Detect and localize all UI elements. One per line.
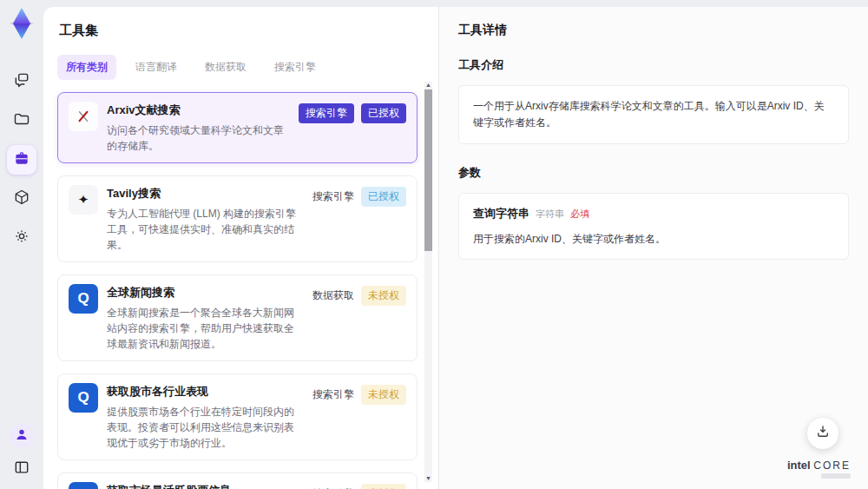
scroll-down-icon[interactable]: ▼ [425,475,431,482]
tab-all-categories[interactable]: 所有类别 [57,55,116,80]
cube-icon [13,188,30,209]
sidebar-item-settings[interactable] [7,223,36,253]
auth-status-badge: 未授权 [361,484,406,489]
tool-description: 访问各个研究领域大量科学论文和文章的存储库。 [107,122,290,154]
sidebar-item-plugins[interactable] [7,184,36,214]
tool-name: Tavily搜索 [107,186,304,202]
category-badge: 数据获取 [312,286,354,306]
intel-core-logo: intel CORE [787,459,851,479]
download-button[interactable] [807,418,838,449]
tool-list: Arxiv文献搜索 访问各个研究领域大量科学论文和文章的存储库。 搜索引擎 已授… [57,92,418,489]
folder-icon [13,110,30,131]
sidebar-nav [7,67,36,253]
intel-sub-badge [821,473,851,479]
tool-card-most-active-stocks[interactable]: Q 获取市场最活跃股票信息 提供当天交易量最高的股票列表，投资者可以利用这些信息… [57,472,418,489]
auth-status-badge: 已授权 [361,103,406,123]
tool-card-tavily[interactable]: ✦ Tavily搜索 专为人工智能代理 (LLM) 构建的搜索引擎工具，可快速提… [57,175,418,262]
params-heading: 参数 [458,165,849,181]
tool-description: 专为人工智能代理 (LLM) 构建的搜索引擎工具，可快速提供实时、准确和真实的结… [107,206,304,253]
auth-status-badge: 未授权 [361,385,406,405]
tool-list-panel: 工具集 所有类别 语言翻译 数据获取 搜索引擎 Arxiv文献搜索 访问各个研究… [43,7,438,489]
category-tabs: 所有类别 语言翻译 数据获取 搜索引擎 [57,55,418,80]
auth-status-badge: 已授权 [361,187,406,207]
main-card: 工具集 所有类别 语言翻译 数据获取 搜索引擎 Arxiv文献搜索 访问各个研究… [43,7,868,489]
sidebar-bottom [0,423,43,482]
arxiv-logo-icon [69,102,98,131]
tab-language-translation[interactable]: 语言翻译 [127,55,186,80]
gear-icon [13,228,30,248]
list-scrollbar[interactable]: ▲ ▼ [424,82,432,482]
panel-toggle-icon [13,459,30,479]
category-badge: 搜索引擎 [312,385,354,405]
tool-detail-panel: 工具详情 工具介绍 一个用于从Arxiv存储库搜索科学论文和文章的工具。输入可以… [438,7,868,489]
param-required-badge: 必填 [570,208,589,221]
auth-status-badge: 未授权 [361,286,406,306]
intro-heading: 工具介绍 [458,57,849,73]
app-logo-icon [6,6,37,41]
core-wordmark: CORE [813,459,851,472]
tab-search-engine[interactable]: 搜索引擎 [266,55,325,80]
user-icon [14,426,30,446]
sidebar-item-toolbox[interactable] [7,145,36,175]
scrollbar-thumb[interactable] [424,89,432,251]
param-type: 字符串 [536,208,564,221]
toolbox-icon [13,149,30,170]
intel-wordmark: intel [787,459,811,472]
scroll-up-icon[interactable]: ▲ [425,82,431,89]
news-q-icon: Q [69,482,98,489]
sidebar-item-collapse[interactable] [9,456,35,482]
category-badge: 搜索引擎 [312,484,354,489]
param-description: 用于搜索的Arxiv ID、关键字或作者姓名。 [473,231,834,247]
tool-name: 获取市场最活跃股票信息 [107,483,304,489]
tool-name: 获取股市各行业表现 [107,384,304,400]
tool-name: 全球新闻搜索 [107,285,304,301]
tool-description: 全球新闻搜索是一个聚合全球各大新闻网站内容的搜索引擎，帮助用户快速获取全球最新资… [107,305,304,352]
sidebar-item-files[interactable] [7,106,36,135]
param-box: 查询字符串 字符串 必填 用于搜索的Arxiv ID、关键字或作者姓名。 [458,193,849,260]
tavily-star-icon: ✦ [69,185,98,215]
detail-title: 工具详情 [458,23,849,38]
tool-description: 提供股票市场各个行业在特定时间段内的表现。投资者可以利用这些信息来识别表现优于或… [107,404,304,451]
tab-data-acquisition[interactable]: 数据获取 [196,55,255,80]
category-badge: 搜索引擎 [312,187,354,207]
sidebar-item-account[interactable] [9,423,35,449]
tool-card-arxiv[interactable]: Arxiv文献搜索 访问各个研究领域大量科学论文和文章的存储库。 搜索引擎 已授… [57,92,418,163]
page-title: 工具集 [59,23,418,39]
tool-card-global-news[interactable]: Q 全球新闻搜索 全球新闻搜索是一个聚合全球各大新闻网站内容的搜索引擎，帮助用户… [57,274,418,361]
tool-card-sector-performance[interactable]: Q 获取股市各行业表现 提供股票市场各个行业在特定时间段内的表现。投资者可以利用… [57,373,418,460]
download-icon [815,424,831,443]
app-sidebar [0,0,43,489]
intro-box: 一个用于从Arxiv存储库搜索科学论文和文章的工具。输入可以是Arxiv ID、… [458,85,849,144]
sidebar-item-chat[interactable] [7,67,36,96]
intro-text: 一个用于从Arxiv存储库搜索科学论文和文章的工具。输入可以是Arxiv ID、… [473,98,834,131]
news-q-icon: Q [69,383,98,413]
category-badge: 搜索引擎 [299,103,354,123]
chat-icon [13,71,30,92]
param-name: 查询字符串 [473,206,529,221]
tool-name: Arxiv文献搜索 [107,102,290,118]
news-q-icon: Q [69,284,98,314]
